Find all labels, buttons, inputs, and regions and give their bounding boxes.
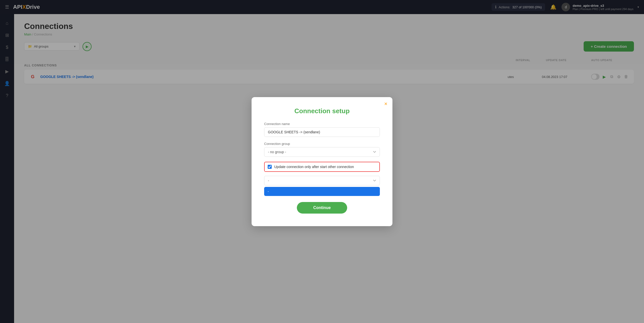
connection-group-select[interactable]: - no group - [264, 147, 380, 157]
connection-name-label: Connection name [264, 122, 380, 126]
update-checkbox-group: Update connection only after start other… [264, 162, 380, 172]
connection-setup-modal: × Connection setup Connection name Conne… [252, 97, 392, 226]
connection-group-group: Connection group - no group - [264, 142, 380, 157]
connection-name-group: Connection name [264, 122, 380, 137]
continue-button[interactable]: Continue [297, 202, 347, 214]
modal-close-button[interactable]: × [384, 101, 387, 107]
modal-title: Connection setup [264, 107, 380, 115]
update-only-checkbox[interactable] [268, 165, 272, 169]
update-checkbox-label: Update connection only after start other… [274, 165, 354, 169]
trigger-connection-select[interactable]: - [264, 176, 380, 185]
selected-connection-bar: - [264, 187, 380, 196]
modal-overlay: × Connection setup Connection name Conne… [0, 0, 644, 323]
connection-group-label: Connection group [264, 142, 380, 146]
trigger-connection-dropdown: - - [264, 176, 380, 196]
connection-name-input[interactable] [264, 127, 380, 137]
